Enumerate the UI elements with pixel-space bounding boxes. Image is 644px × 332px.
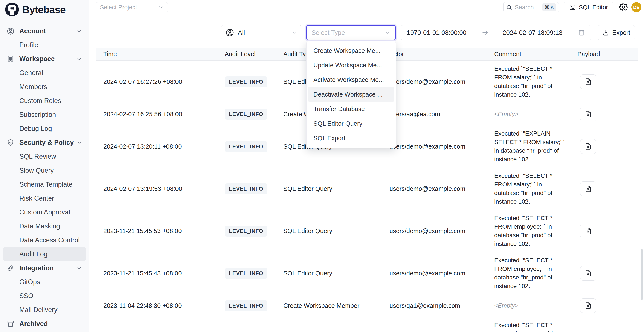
project-select[interactable]: Select Project [96, 2, 168, 12]
link-icon [6, 264, 14, 272]
payload-button[interactable] [580, 224, 596, 238]
sidebar-item-label: SQL Review [19, 153, 56, 161]
type-filter-select[interactable]: Select Type [306, 25, 396, 40]
calendar-icon [578, 29, 585, 36]
sidebar-item[interactable]: Integration [3, 261, 86, 275]
sidebar-item[interactable]: Schema Template [3, 177, 86, 191]
bytebase-logo-icon [5, 2, 19, 16]
cell-comment: <Empty> [494, 110, 565, 118]
cell-comment: <Empty> [494, 301, 565, 310]
payload-button[interactable] [580, 298, 596, 313]
cell-time: 2023-11-21 15:45:43 +08:00 [96, 270, 217, 277]
type-menu-option-label: Deactivate Workspace ... [314, 91, 382, 98]
type-menu-option-label: Update Workspace Me... [314, 62, 382, 69]
sidebar-item[interactable]: Subscription [3, 108, 86, 122]
sidebar-item[interactable]: Account [3, 24, 86, 38]
sidebar-item[interactable]: Audit Log [3, 247, 86, 261]
payload-button[interactable] [580, 181, 596, 196]
payload-button[interactable] [580, 74, 596, 89]
sidebar-item[interactable]: Data Access Control [3, 233, 86, 247]
cell-audit-type: SQL Editor Query [276, 185, 382, 192]
file-search-icon [584, 227, 592, 235]
type-menu-option[interactable]: Create Workspace Me... [308, 43, 394, 58]
bytebase-app: Bytebase Account Profile Workspace [0, 0, 644, 332]
sidebar-item-label: Risk Center [19, 194, 54, 202]
sidebar-item[interactable]: Risk Center [3, 191, 86, 205]
payload-button[interactable] [580, 266, 596, 281]
type-menu-option[interactable]: Deactivate Workspace ... [308, 87, 394, 102]
cell-actor: users/aa@aa.com [382, 111, 487, 118]
sidebar-item[interactable]: General [3, 66, 86, 80]
col-time: Time [96, 51, 217, 58]
sidebar-item[interactable]: Security & Policy [3, 136, 86, 150]
user-circle-icon [6, 27, 14, 35]
chevron-down-icon [291, 29, 297, 36]
download-icon [602, 29, 609, 36]
brand-logo[interactable]: Bytebase [5, 2, 66, 16]
sidebar-item[interactable]: Workspace [3, 52, 86, 66]
arrow-right-icon [482, 29, 489, 36]
cell-time: 2024-02-07 13:19:53 +08:00 [96, 185, 217, 192]
sidebar-item[interactable]: Slow Query [3, 164, 86, 177]
table-row: 2023-11-21 15:45:43 +08:00 LEVEL_INFO SQ… [96, 252, 638, 295]
col-comment: Comment [487, 51, 564, 58]
cell-comment: Executed `"SELECT * FROM employee;"` in … [494, 256, 565, 290]
audit-level-badge: LEVEL_INFO [225, 109, 268, 120]
sidebar-item[interactable]: Archived [3, 317, 86, 331]
payload-button[interactable] [580, 331, 596, 332]
actor-filter-value: All [238, 29, 245, 36]
type-menu-option[interactable]: Activate Workspace Me... [308, 72, 394, 87]
search-icon [506, 4, 512, 10]
chevron-down-icon [384, 29, 390, 36]
gear-icon[interactable] [619, 3, 628, 11]
type-menu-option[interactable]: Transfer Database [308, 102, 394, 116]
sidebar-item-label: GitOps [19, 278, 40, 286]
type-menu-option[interactable]: SQL Export [308, 131, 394, 146]
avatar[interactable]: DE [631, 2, 642, 12]
cell-audit-type: SQL Editor Query [276, 270, 382, 277]
chevron-down-icon [158, 4, 164, 10]
sql-editor-button[interactable]: SQL Editor [564, 2, 613, 12]
sidebar-item[interactable]: Profile [3, 38, 86, 52]
cell-actor: users/demo@example.com [382, 185, 487, 192]
cell-comment: Executed `"SELECT * FROM employee;"` in … [494, 214, 565, 248]
sidebar-item-label: Data Access Control [19, 236, 80, 244]
sidebar-item[interactable]: Members [3, 80, 86, 94]
file-search-icon [584, 269, 592, 277]
sidebar-item[interactable]: SQL Review [3, 150, 86, 164]
chevron-down-icon [76, 56, 82, 62]
export-label: Export [612, 29, 630, 36]
sidebar-item-label: Custom Approval [19, 208, 70, 216]
sidebar-item[interactable]: Mail Delivery [3, 303, 86, 317]
sidebar-item[interactable]: Custom Roles [3, 94, 86, 108]
sidebar-item[interactable]: Data Masking [3, 219, 86, 233]
date-range-picker[interactable]: 1970-01-01 08:00:00 2024-02-07 18:09:13 [401, 25, 591, 40]
cell-audit-type: SQL Editor Query [276, 228, 382, 235]
export-button[interactable]: Export [598, 25, 635, 40]
sidebar-item[interactable]: SSO [3, 289, 86, 303]
sidebar-item[interactable]: GitOps [3, 275, 86, 289]
actor-filter-select[interactable]: All [221, 25, 302, 40]
payload-button[interactable] [580, 139, 596, 154]
col-level: Audit Level [217, 51, 276, 58]
cell-audit-type: Create Workspace Member [276, 302, 382, 309]
type-menu-option[interactable]: SQL Editor Query [308, 116, 394, 131]
search-input[interactable]: Search ⌘ K [503, 2, 559, 12]
type-menu-option[interactable]: Update Workspace Me... [308, 58, 394, 72]
col-actor: Actor [382, 51, 487, 58]
project-select-placeholder: Select Project [100, 4, 137, 11]
cell-actor: users/demo@example.com [382, 78, 487, 85]
cell-comment: Executed `"SELECT * FROM salary;"` in da… [494, 171, 565, 206]
sidebar-item-label: Security & Policy [19, 139, 74, 147]
sidebar-item-label: Schema Template [19, 180, 72, 188]
sidebar-item[interactable]: Debug Log [3, 122, 86, 136]
file-search-icon [584, 110, 592, 118]
audit-level-badge: LEVEL_INFO [225, 268, 268, 279]
audit-level-badge: LEVEL_INFO [225, 183, 268, 194]
table-row: 2024-02-07 13:19:53 +08:00 LEVEL_INFO SQ… [96, 168, 638, 210]
type-menu-option-label: Transfer Database [314, 106, 365, 113]
payload-button[interactable] [580, 107, 596, 121]
cell-time: 2024-02-07 16:27:26 +08:00 [96, 78, 217, 85]
vertical-scrollbar-thumb[interactable] [640, 249, 643, 300]
sidebar-item[interactable]: Custom Approval [3, 205, 86, 219]
